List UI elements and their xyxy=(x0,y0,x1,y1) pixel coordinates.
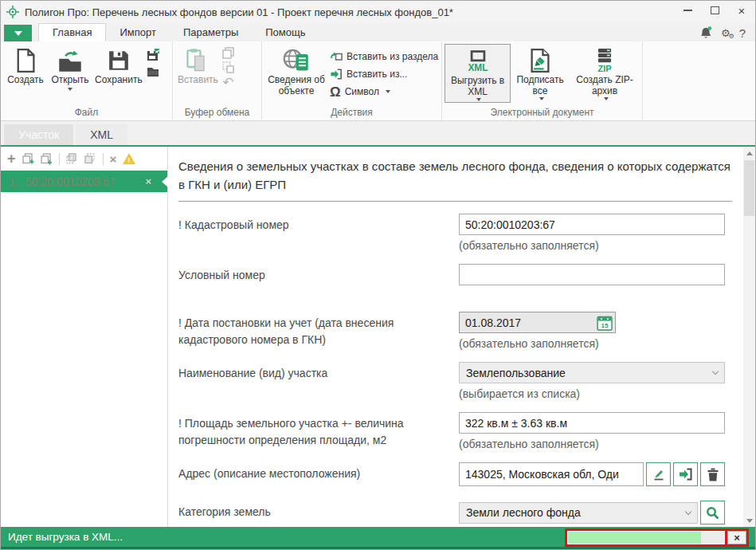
tab-parameters[interactable]: Параметры xyxy=(170,24,252,41)
sidebar-toolbar: + × ! xyxy=(1,147,167,171)
copy-item-button[interactable] xyxy=(41,153,53,165)
doc-tab-uchastok[interactable]: Участок xyxy=(4,124,73,145)
address-delete-button[interactable] xyxy=(700,462,725,486)
tab-help[interactable]: Помощь xyxy=(252,24,319,41)
registration-date-row: ! Дата постановки на учет (дата внесения… xyxy=(178,312,732,350)
cancel-export-button[interactable]: × xyxy=(727,531,746,544)
land-category-search-button[interactable] xyxy=(700,501,725,524)
paste-special-item-button[interactable] xyxy=(84,153,96,165)
triangle-down-icon xyxy=(746,519,753,523)
paste-icon xyxy=(185,46,210,75)
xml-icon: XML xyxy=(464,47,492,76)
cadastral-number-input[interactable] xyxy=(459,214,725,235)
chevron-down-icon xyxy=(539,97,544,100)
maximize-icon xyxy=(711,6,719,14)
minimize-icon xyxy=(684,10,692,11)
paste-button[interactable]: Вставить xyxy=(175,44,221,103)
ribbon-group-label-file: Файл xyxy=(3,106,170,120)
duplicate-item-button[interactable] xyxy=(22,153,34,165)
app-logo-icon xyxy=(6,6,19,18)
trash-icon xyxy=(707,468,719,481)
svg-text:XML: XML xyxy=(468,62,488,73)
ribbon: Создать Открыть xyxy=(1,41,755,121)
save-button[interactable]: Сохранить xyxy=(92,44,145,103)
address-edit-button[interactable] xyxy=(646,462,671,486)
cancel-x-icon: × xyxy=(734,532,740,544)
symbol-button[interactable]: Ω Символ xyxy=(330,83,438,100)
maximize-button[interactable] xyxy=(701,1,728,20)
title-bar: Полигон Про: Перечень лесных фондов верс… xyxy=(1,1,755,23)
address-input[interactable] xyxy=(459,462,644,486)
registration-date-input[interactable]: 01.08.2017 15 xyxy=(459,312,616,333)
vertical-scrollbar[interactable] xyxy=(743,147,755,527)
ribbon-group-label-edoc: Электронный документ xyxy=(445,106,640,120)
field-label: Наименование (вид) участка xyxy=(178,362,459,400)
tab-main[interactable]: Главная xyxy=(38,23,106,41)
scroll-down-button[interactable] xyxy=(743,514,755,527)
save-as-button[interactable] xyxy=(147,49,159,61)
section-heading: Сведения о земельных участках в составе … xyxy=(178,158,732,194)
item-close-icon[interactable]: × xyxy=(145,175,151,187)
file-menu-button[interactable] xyxy=(4,25,32,41)
scrollbar-thumb[interactable] xyxy=(744,160,754,216)
chevron-down-icon xyxy=(604,97,609,100)
field-note: (обязательно заполняется) xyxy=(459,337,725,350)
chevron-down-icon xyxy=(14,31,22,36)
open-recent-button[interactable] xyxy=(147,66,159,77)
search-icon xyxy=(706,506,719,520)
area-row: ! Площадь земельного участка +- величина… xyxy=(178,412,732,450)
item-cadastral-number: 50:20:0010203:67 xyxy=(25,175,146,188)
close-icon: × xyxy=(738,5,746,17)
help-icon[interactable]: ? xyxy=(739,27,746,39)
object-info-button[interactable]: Сведения об объекте xyxy=(264,44,328,103)
chevron-down-icon xyxy=(386,90,390,93)
address-import-button[interactable] xyxy=(673,462,698,486)
close-button[interactable]: × xyxy=(728,1,755,20)
insert-from-button[interactable]: Вставить из... xyxy=(330,65,438,83)
export-xml-button[interactable]: XML Выгрузить в XML xyxy=(445,44,511,103)
ribbon-group-edoc: XML Выгрузить в XML xyxy=(442,41,643,120)
settings-gear-icon[interactable]: ⚙⚙ xyxy=(721,28,731,38)
field-note: (обязательно заполняется) xyxy=(459,438,725,450)
paste-item-button[interactable] xyxy=(66,153,78,165)
toolbar-divider xyxy=(59,153,60,165)
parcel-sidebar: + × ! 1. 50:20:00102 xyxy=(1,147,168,527)
calendar-icon[interactable]: 15 xyxy=(597,315,613,331)
address-row: Адрес (описание местоположения) xyxy=(178,462,732,486)
create-zip-button[interactable]: ZIP Создать ZIP-архив xyxy=(570,44,640,103)
insert-from-icon xyxy=(330,69,343,80)
doc-tab-xml[interactable]: XML xyxy=(76,124,127,145)
copy-icon[interactable] xyxy=(222,47,234,59)
area-input[interactable] xyxy=(459,412,725,434)
select-value: Земли лесного фонда xyxy=(466,506,581,519)
notifications-bell-icon[interactable] xyxy=(700,26,712,39)
delete-item-button[interactable]: × xyxy=(110,153,117,165)
insert-from-section-button[interactable]: Вставить из раздела xyxy=(330,48,438,65)
new-button[interactable]: Создать xyxy=(3,44,48,103)
land-category-row: Категория земель Земли лесного фонда xyxy=(178,501,732,527)
tab-import[interactable]: Импорт xyxy=(106,24,169,41)
chevron-down-icon xyxy=(685,508,691,514)
form-area: Сведения о земельных участках в составе … xyxy=(168,147,755,527)
ribbon-group-label-actions: Действия xyxy=(264,106,439,120)
parcel-list-item[interactable]: 1. 50:20:0010203:67 × xyxy=(1,171,167,192)
chevron-down-icon xyxy=(476,98,481,101)
scroll-up-button[interactable] xyxy=(743,147,755,159)
sign-all-button[interactable]: Подписать все xyxy=(511,44,570,103)
import-arrow-icon xyxy=(679,468,692,481)
conditional-number-input[interactable] xyxy=(459,264,725,285)
ribbon-group-label-clipboard: Буфер обмена xyxy=(175,106,259,120)
open-button[interactable]: Открыть xyxy=(48,44,92,103)
app-window: Полигон Про: Перечень лесных фондов верс… xyxy=(0,0,756,550)
status-bar: Идет выгрузка в XML... × xyxy=(1,527,755,549)
undo-icon[interactable]: ↶ xyxy=(222,76,233,89)
chevron-down-icon xyxy=(712,368,719,375)
land-category-select[interactable]: Земли лесного фонда xyxy=(459,502,698,524)
paste-special-icon[interactable] xyxy=(222,61,234,73)
minimize-button[interactable] xyxy=(674,1,701,20)
parcel-kind-select[interactable]: Землепользование xyxy=(459,362,725,383)
status-text: Идет выгрузка в XML... xyxy=(8,531,123,543)
object-info-icon xyxy=(283,46,310,75)
add-item-button[interactable]: + xyxy=(7,151,16,166)
save-icon xyxy=(108,46,130,75)
